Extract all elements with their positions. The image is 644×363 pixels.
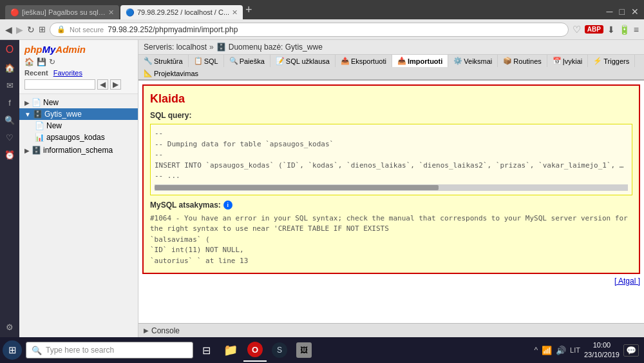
clock-display: 10:00 23/10/2019 xyxy=(584,340,620,360)
importuoti-label: Importuoti xyxy=(408,57,442,65)
os-home-icon[interactable]: 🏠 xyxy=(5,63,15,73)
menu-button[interactable]: ≡ xyxy=(634,25,639,35)
os-fb-icon[interactable]: f xyxy=(8,98,11,108)
start-button[interactable]: ⊞ xyxy=(3,340,22,360)
tree-item-new-root[interactable]: ▶ 📄 New xyxy=(19,97,138,108)
steam-taskbar-btn[interactable]: S xyxy=(268,338,291,362)
network-icon[interactable]: 📶 xyxy=(542,346,552,355)
tree-item-new-child[interactable]: 📄 New xyxy=(19,120,138,132)
importuoti-icon: 📥 xyxy=(397,57,406,65)
minimize-button[interactable]: ─ xyxy=(607,6,613,17)
console-bar[interactable]: ▶ Console xyxy=(138,323,644,337)
tab-projektavimas[interactable]: 📐 Projektavimas xyxy=(138,67,204,79)
pma-sidebar: phpMyAdmin 🏠 💾 ↻ Recent Favorites ◀ ▶ ▶ … xyxy=(19,40,138,337)
sql-dots: -- ... xyxy=(155,171,628,182)
sql-label: SQL query: xyxy=(150,111,632,120)
db-icon: 🗄️ xyxy=(32,146,41,155)
opera-taskbar-btn[interactable]: O xyxy=(243,338,267,362)
tree-label: New xyxy=(43,98,59,107)
sidebar-search-input[interactable] xyxy=(24,79,95,90)
browser-chrome: 🔴 [ieškau] Pagalbos su sql fa... ✕ 🔵 79.… xyxy=(0,0,644,19)
sql-scrollbar-thumb[interactable] xyxy=(155,185,439,190)
favorites-tab[interactable]: Favorites xyxy=(53,69,82,77)
tab-veiksmai[interactable]: ⚙️ Veiksmai xyxy=(448,55,498,67)
tab-inactive[interactable]: 🔴 [ieškau] Pagalbos su sql fa... ✕ xyxy=(5,5,119,19)
tab-importuoti[interactable]: 📥 Importuoti xyxy=(392,55,448,67)
tab-triggers[interactable]: ⚡ Triggers xyxy=(588,55,635,67)
taskbar-search-box[interactable]: 🔍 Type here to search xyxy=(26,342,193,358)
tab2-close[interactable]: ✕ xyxy=(232,8,238,17)
tab-struktura[interactable]: 🔧 Struktūra xyxy=(138,55,189,67)
os-heart-icon[interactable]: ♡ xyxy=(6,133,14,142)
recent-tab[interactable]: Recent xyxy=(24,69,48,77)
download-icon[interactable]: ⬇ xyxy=(607,25,615,35)
os-search-icon[interactable]: 🔍 xyxy=(5,115,15,125)
info-icon[interactable]: i xyxy=(223,201,232,210)
os-clock-icon[interactable]: ⏰ xyxy=(5,150,15,160)
os-sidebar: O 🏠 ✉ f 🔍 ♡ ⏰ ⚙ xyxy=(0,40,19,337)
tab-sql[interactable]: 📋 SQL xyxy=(189,55,224,67)
projektavimas-icon: 📐 xyxy=(144,69,153,77)
back-row: [ Atgal ] xyxy=(142,274,640,288)
triggers-icon: ⚡ xyxy=(593,57,602,65)
tab-sql-query[interactable]: 📝 SQL užklausa xyxy=(270,55,336,67)
forward-button[interactable]: ▶ xyxy=(16,25,23,35)
sql-query-icon: 📝 xyxy=(276,57,285,65)
volume-icon[interactable]: 🔊 xyxy=(556,346,566,355)
address-field[interactable]: 🔒 Not secure 79.98.29.252/phpmyadmin/imp… xyxy=(50,23,569,37)
mysql-label-text: MySQL atsakymas: xyxy=(150,201,221,210)
windows-icon: ⊞ xyxy=(8,344,17,356)
content-area: Klaida SQL query: -- -- Dumping data for… xyxy=(138,81,644,323)
abp-button[interactable]: ABP xyxy=(585,25,603,34)
file-explorer-button[interactable]: 📁 xyxy=(219,338,242,362)
close-button[interactable]: ✕ xyxy=(631,6,639,17)
tree-label: information_schema xyxy=(43,146,113,155)
back-link[interactable]: [ Atgal ] xyxy=(614,277,640,286)
tab-routines[interactable]: 📦 Routines xyxy=(498,55,547,67)
sidebar-search-next[interactable]: ▶ xyxy=(110,79,121,90)
tree-label: Gytis_wwe xyxy=(44,110,82,119)
sidebar-home-icon[interactable]: 🏠 xyxy=(24,57,34,66)
opera-sidebar-icon[interactable]: O xyxy=(6,44,14,55)
os-settings-icon[interactable]: ⚙ xyxy=(6,322,14,332)
new-tab-button[interactable]: + xyxy=(245,3,252,17)
tree-item-info-schema[interactable]: ▶ 🗄️ information_schema xyxy=(19,144,138,156)
tab-paieka[interactable]: 🔍 Paieška xyxy=(224,55,270,67)
taskview-button[interactable]: ⊟ xyxy=(194,338,218,362)
maximize-button[interactable]: □ xyxy=(620,6,625,17)
url-text[interactable]: 79.98.29.252/phpmyadmin/import.php xyxy=(108,25,238,34)
sql-scrollbar-track[interactable] xyxy=(155,184,628,191)
photo-taskbar-btn[interactable]: 🖼 xyxy=(292,338,316,362)
steam-icon: S xyxy=(272,342,287,358)
sidebar-search-prev[interactable]: ◀ xyxy=(97,79,108,90)
mysql-response-section: MySQL atsakymas: i #1064 - You have an e… xyxy=(150,201,632,267)
sidebar-tree: ▶ 📄 New ▼ 🗄️ Gytis_wwe 📄 New 📊 apsaugos_… xyxy=(19,94,138,337)
bookmark-icon[interactable]: ♡ xyxy=(573,24,581,35)
pma-logo: phpMyAdmin 🏠 💾 ↻ Recent Favorites ◀ ▶ xyxy=(19,40,138,94)
action-center-icon[interactable]: 💬 xyxy=(623,344,639,357)
sidebar-sql-icon[interactable]: 💾 xyxy=(37,57,46,66)
extensions-button[interactable]: ⊞ xyxy=(39,25,46,34)
tab1-close[interactable]: ✕ xyxy=(108,8,114,17)
veiksmai-icon: ⚙️ xyxy=(453,57,462,65)
tree-label: New xyxy=(46,121,62,130)
refresh-button[interactable]: ↻ xyxy=(27,25,35,35)
tab-ivykiai[interactable]: 📅 Įvykiai xyxy=(547,55,589,67)
db-label: Duomenų bazė: Gytis_wwe xyxy=(229,43,323,52)
lang-label: LIT xyxy=(570,346,580,354)
tab-eksportuoti[interactable]: 📤 Eksportuoti xyxy=(336,55,392,67)
tree-label: apsaugos_kodas xyxy=(46,133,105,142)
ivykiai-icon: 📅 xyxy=(553,57,562,65)
tab1-favicon: 🔴 xyxy=(10,8,19,17)
tab-active[interactable]: 🔵 79.98.29.252 / localhost / C... ✕ xyxy=(120,5,243,19)
db-icon: 🗄️ xyxy=(33,110,43,119)
os-mail-icon[interactable]: ✉ xyxy=(6,81,14,90)
back-button[interactable]: ◀ xyxy=(5,25,12,35)
error-box: Klaida SQL query: -- -- Dumping data for… xyxy=(142,84,640,274)
tab2-label: 79.98.29.252 / localhost / C... xyxy=(137,8,229,16)
notify-chevron[interactable]: ^ xyxy=(534,346,538,355)
sidebar-refresh-icon[interactable]: ↻ xyxy=(49,57,55,66)
tree-item-apsaugos[interactable]: 📊 apsaugos_kodas xyxy=(19,132,138,143)
sql-query-label: SQL užklausa xyxy=(286,57,330,65)
tree-item-gytis[interactable]: ▼ 🗄️ Gytis_wwe xyxy=(19,108,138,120)
